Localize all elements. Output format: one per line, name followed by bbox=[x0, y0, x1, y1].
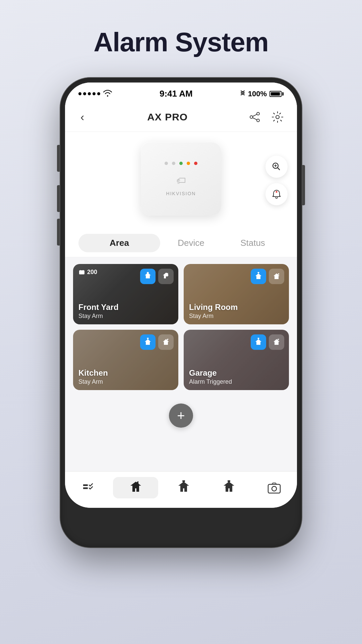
svg-point-12 bbox=[258, 338, 259, 339]
device-area: 🏷 HIKVISION bbox=[65, 132, 297, 229]
svg-point-3 bbox=[276, 115, 279, 119]
status-left bbox=[78, 89, 112, 99]
away-arm-icon bbox=[128, 480, 143, 495]
led-3 bbox=[179, 162, 183, 165]
signal-dot-3 bbox=[88, 92, 91, 95]
svg-point-1 bbox=[250, 116, 253, 118]
phone-shell: 9:41 AM 100% ‹ AX PRO bbox=[60, 78, 302, 547]
svg-point-11 bbox=[147, 338, 149, 339]
card-content-4: Garage Alarm Triggered bbox=[184, 330, 289, 390]
away-arm-button-3[interactable] bbox=[158, 334, 174, 350]
card-content-2: Living Room Stay Arm bbox=[184, 264, 289, 324]
header-title: AX PRO bbox=[147, 111, 188, 123]
signal-dots bbox=[78, 92, 100, 95]
search-button[interactable] bbox=[265, 156, 288, 178]
disarm-icon bbox=[222, 480, 236, 495]
tab-status[interactable]: Status bbox=[222, 234, 284, 252]
status-bar: 9:41 AM 100% bbox=[65, 83, 297, 103]
camera-icon bbox=[267, 480, 282, 495]
card-top-row-3 bbox=[78, 334, 174, 350]
signal-dot-1 bbox=[78, 92, 81, 95]
area-cards-grid: 200 bbox=[65, 264, 297, 397]
add-area-button[interactable]: + bbox=[169, 404, 193, 428]
person-arm-button-3[interactable] bbox=[140, 334, 156, 350]
svg-rect-13 bbox=[83, 484, 88, 486]
area-card-living-room[interactable]: Living Room Stay Arm bbox=[184, 264, 289, 324]
person-arm-button-2[interactable] bbox=[251, 269, 266, 284]
app-header: ‹ AX PRO bbox=[65, 103, 297, 132]
svg-point-10 bbox=[258, 272, 259, 273]
card-id-badge-1: 200 bbox=[78, 269, 97, 276]
battery-percentage: 100% bbox=[248, 90, 267, 98]
area-status-4: Alarm Triggered bbox=[189, 378, 284, 385]
device-leds bbox=[165, 162, 197, 165]
svg-rect-18 bbox=[268, 484, 280, 493]
card-bottom-2: Living Room Stay Arm bbox=[189, 303, 284, 320]
battery-fill bbox=[271, 92, 280, 96]
svg-point-17 bbox=[228, 480, 230, 482]
away-arm-button-4[interactable] bbox=[269, 334, 284, 350]
bottom-nav bbox=[65, 471, 297, 508]
signal-dot-4 bbox=[93, 92, 96, 95]
card-content-3: Kitchen Stay Arm bbox=[73, 330, 178, 390]
area-name-1: Front Yard bbox=[78, 303, 174, 312]
card-action-icons-3 bbox=[140, 334, 174, 350]
svg-rect-6 bbox=[79, 270, 84, 274]
device-image: 🏷 HIKVISION bbox=[141, 142, 221, 216]
area-card-garage[interactable]: Garage Alarm Triggered bbox=[184, 330, 289, 390]
led-5 bbox=[194, 162, 197, 165]
stay-arm-icon bbox=[176, 480, 191, 495]
battery-tip bbox=[282, 92, 284, 96]
person-arm-button-4[interactable] bbox=[251, 334, 266, 350]
nav-camera[interactable] bbox=[252, 477, 297, 498]
signal-dot-2 bbox=[83, 92, 86, 95]
back-button[interactable]: ‹ bbox=[77, 109, 87, 125]
area-status-3: Stay Arm bbox=[78, 378, 174, 385]
nav-disarm[interactable] bbox=[206, 477, 252, 498]
nav-checklist[interactable] bbox=[65, 478, 110, 498]
wifi-icon bbox=[103, 89, 112, 99]
area-card-front-yard[interactable]: 200 bbox=[73, 264, 178, 324]
card-bottom-1: Front Yard Stay Arm bbox=[78, 303, 174, 320]
led-1 bbox=[165, 162, 168, 165]
svg-point-2 bbox=[257, 119, 259, 122]
away-arm-button-2[interactable] bbox=[269, 269, 284, 284]
header-icons bbox=[247, 110, 285, 124]
content-filler bbox=[65, 438, 297, 471]
svg-point-0 bbox=[257, 112, 259, 115]
card-action-icons-2 bbox=[251, 269, 284, 284]
tabs-row: Area Device Status bbox=[65, 229, 297, 257]
settings-button[interactable] bbox=[270, 110, 285, 124]
device-brand: HIKVISION bbox=[166, 191, 196, 196]
card-content-1: 200 bbox=[73, 264, 178, 324]
led-2 bbox=[172, 162, 175, 165]
svg-point-19 bbox=[272, 486, 277, 491]
area-status-2: Stay Arm bbox=[189, 313, 284, 320]
device-action-buttons bbox=[265, 156, 288, 205]
nav-stay-arm[interactable] bbox=[161, 477, 206, 498]
card-bottom-4: Garage Alarm Triggered bbox=[189, 368, 284, 385]
card-top-row-1: 200 bbox=[78, 269, 174, 284]
card-top-row-4 bbox=[189, 334, 284, 350]
bluetooth-icon bbox=[240, 89, 245, 99]
svg-rect-14 bbox=[83, 487, 88, 489]
area-card-kitchen[interactable]: Kitchen Stay Arm bbox=[73, 330, 178, 390]
away-arm-button-1[interactable] bbox=[158, 269, 174, 284]
alarm-button[interactable] bbox=[265, 183, 288, 205]
battery-icon bbox=[269, 91, 284, 97]
tab-device[interactable]: Device bbox=[160, 234, 222, 252]
person-arm-button-1[interactable] bbox=[140, 269, 156, 284]
signal-dot-5 bbox=[97, 92, 100, 95]
page-title: Alarm System bbox=[94, 27, 268, 58]
phone-screen: 9:41 AM 100% ‹ AX PRO bbox=[65, 83, 297, 508]
share-button[interactable] bbox=[247, 110, 262, 124]
svg-point-16 bbox=[182, 480, 185, 482]
nav-away-arm[interactable] bbox=[113, 477, 158, 498]
area-status-1: Stay Arm bbox=[78, 313, 174, 320]
add-button-row: + bbox=[65, 397, 297, 438]
tab-area[interactable]: Area bbox=[78, 234, 160, 252]
area-name-3: Kitchen bbox=[78, 368, 174, 378]
card-action-icons-1 bbox=[140, 269, 174, 284]
card-action-icons-4 bbox=[251, 334, 284, 350]
area-name-4: Garage bbox=[189, 368, 284, 378]
